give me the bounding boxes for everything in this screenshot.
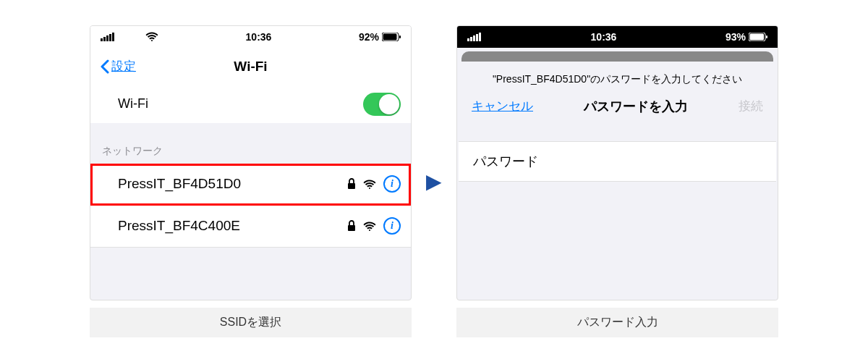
svg-rect-12 <box>473 35 475 41</box>
modal-backdrop-card <box>461 51 773 62</box>
wifi-toggle[interactable] <box>363 93 401 116</box>
svg-rect-10 <box>467 38 469 41</box>
svg-rect-4 <box>112 33 114 41</box>
battery-icon <box>749 33 767 41</box>
battery-icon <box>382 33 401 41</box>
wifi-toggle-row[interactable]: Wi-Fi <box>118 85 401 123</box>
cancel-button[interactable]: キャンセル <box>472 98 533 114</box>
network-row[interactable]: PressIT_BF4D51D0 i <box>90 164 411 206</box>
battery-percent: 92% <box>359 31 379 43</box>
info-button[interactable]: i <box>383 217 401 235</box>
svg-rect-2 <box>106 35 109 41</box>
svg-rect-16 <box>750 33 765 40</box>
svg-rect-14 <box>479 33 481 41</box>
password-modal: "PressIT_BF4D51D0"のパスワードを入力してください キャンセル … <box>459 62 776 300</box>
lock-icon <box>347 220 356 232</box>
network-name: PressIT_BF4D51D0 <box>118 176 241 192</box>
page-title: Wi-Fi <box>234 59 267 75</box>
svg-rect-13 <box>476 34 478 41</box>
svg-rect-6 <box>383 33 397 40</box>
signal-icon <box>467 33 482 41</box>
wifi-icon <box>145 32 158 41</box>
svg-rect-0 <box>101 38 103 41</box>
status-time: 10:36 <box>591 31 617 43</box>
svg-rect-7 <box>399 35 401 38</box>
chevron-left-icon <box>101 59 109 74</box>
modal-prompt: "PressIT_BF4D51D0"のパスワードを入力してください <box>459 62 776 92</box>
svg-rect-1 <box>103 37 106 41</box>
connect-button[interactable]: 接続 <box>739 98 763 114</box>
signal-icon <box>101 33 115 41</box>
status-time: 10:36 <box>246 31 272 43</box>
wifi-toggle-label: Wi-Fi <box>118 96 148 111</box>
networks-header: ネットワーク <box>90 123 411 164</box>
caption-right: パスワード入力 <box>456 308 778 337</box>
lock-icon <box>347 178 356 190</box>
password-field[interactable]: パスワード <box>459 141 776 182</box>
back-button[interactable]: 設定 <box>101 58 136 75</box>
wifi-icon <box>363 222 376 231</box>
modal-title: パスワードを入力 <box>584 98 688 115</box>
nav-bar: 設定 Wi-Fi <box>90 48 411 85</box>
svg-rect-8 <box>348 183 355 189</box>
arrow-icon: ▶ <box>426 169 442 193</box>
password-label: パスワード <box>473 153 538 170</box>
phone-password-entry: 10:36 93% "PressIT_BF4D51D0"のパスワードを入力してく… <box>456 25 778 300</box>
network-name: PressIT_BF4C400E <box>118 218 240 234</box>
status-bar: 10:36 93% <box>457 26 778 48</box>
phone-wifi-settings: 10:36 92% 設定 Wi-Fi Wi-Fi ネットワーク PressIT_… <box>90 25 412 300</box>
info-button[interactable]: i <box>383 175 401 193</box>
battery-percent: 93% <box>726 31 746 43</box>
svg-rect-3 <box>109 34 111 41</box>
wifi-icon <box>363 180 376 189</box>
svg-rect-17 <box>766 35 767 38</box>
back-label: 設定 <box>111 58 136 75</box>
network-row[interactable]: PressIT_BF4C400E i <box>90 206 411 248</box>
svg-rect-11 <box>470 37 472 41</box>
svg-rect-9 <box>348 225 355 231</box>
caption-left: SSIDを選択 <box>90 308 412 337</box>
status-bar: 10:36 92% <box>90 26 411 48</box>
